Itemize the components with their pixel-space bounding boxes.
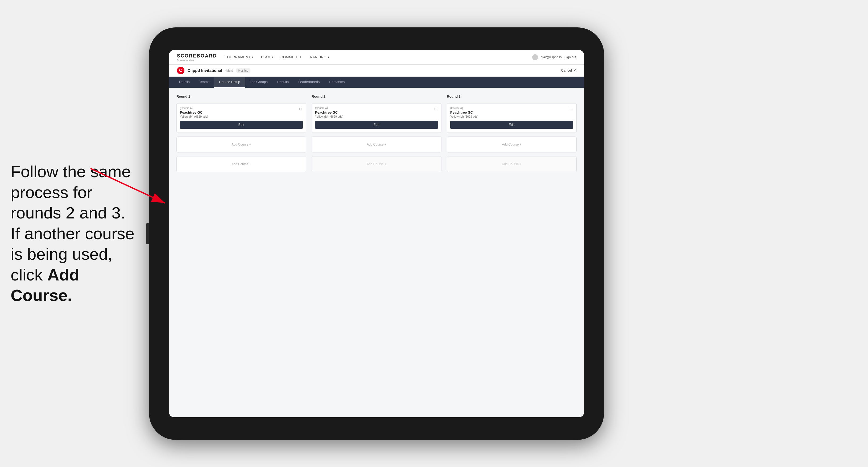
- round-2-delete-icon[interactable]: ⊡: [433, 106, 438, 112]
- round-1-edit-button[interactable]: Edit: [180, 121, 303, 129]
- round-3-delete-icon[interactable]: ⊡: [568, 106, 574, 112]
- nav-rankings[interactable]: RANKINGS: [310, 55, 329, 59]
- round-2-label: Round 2: [312, 94, 441, 98]
- scoreboard-logo: SCOREBOARD: [177, 53, 217, 59]
- round-3-section: Round 3 ⊡ (Course A) Peachtree GC Yellow…: [447, 94, 577, 172]
- round-3-add-course-label-2: Add Course +: [502, 162, 522, 166]
- nav-tournaments[interactable]: TOURNAMENTS: [225, 55, 253, 59]
- round-2-course-tag: (Course A): [315, 107, 438, 110]
- tab-tee-groups[interactable]: Tee Groups: [245, 76, 273, 88]
- round-1-add-course-button-2[interactable]: Add Course +: [177, 156, 306, 172]
- tab-teams[interactable]: Teams: [194, 76, 214, 88]
- round-3-course-card: ⊡ (Course A) Peachtree GC Yellow (M) (66…: [447, 103, 577, 133]
- round-1-section: Round 1 ⊡ (Course A) Peachtree GC Yellow…: [177, 94, 306, 172]
- round-3-add-course-button-2: Add Course +: [447, 156, 577, 172]
- round-3-course-tag: (Course A): [450, 107, 573, 110]
- sub-header: C Clippd Invitational (Men) Hosting Canc…: [169, 65, 584, 76]
- round-2-section: Round 2 ⊡ (Course A) Peachtree GC Yellow…: [312, 94, 441, 172]
- tab-course-setup[interactable]: Course Setup: [214, 76, 245, 88]
- cancel-x-icon: ✕: [573, 68, 576, 72]
- top-nav: SCOREBOARD Powered by clippd TOURNAMENTS…: [169, 50, 584, 65]
- round-1-delete-icon[interactable]: ⊡: [298, 106, 303, 112]
- round-2-add-course-button-2: Add Course +: [312, 156, 441, 172]
- sign-out-link[interactable]: Sign out: [564, 55, 576, 59]
- nav-links: TOURNAMENTS TEAMS COMMITTEE RANKINGS: [225, 55, 532, 59]
- round-3-course-details: Yellow (M) (6629 yds): [450, 115, 573, 118]
- tab-printables[interactable]: Printables: [324, 76, 349, 88]
- round-1-course-tag: (Course A): [180, 107, 303, 110]
- round-1-label: Round 1: [177, 94, 306, 98]
- tab-bar: Details Teams Course Setup Tee Groups Re…: [169, 76, 584, 88]
- nav-right: blair@clippd.io Sign out: [532, 54, 576, 60]
- round-3-label: Round 3: [447, 94, 577, 98]
- round-2-edit-button[interactable]: Edit: [315, 121, 438, 129]
- nav-committee[interactable]: COMMITTEE: [280, 55, 303, 59]
- round-3-course-name: Peachtree GC: [450, 111, 573, 115]
- round-1-course-card: ⊡ (Course A) Peachtree GC Yellow (M) (66…: [177, 103, 306, 133]
- tablet-frame: SCOREBOARD Powered by clippd TOURNAMENTS…: [149, 27, 604, 440]
- rounds-grid: Round 1 ⊡ (Course A) Peachtree GC Yellow…: [177, 94, 577, 172]
- tournament-name: Clippd Invitational: [188, 68, 222, 73]
- round-1-add-course-label: Add Course +: [231, 143, 251, 146]
- nav-teams[interactable]: TEAMS: [260, 55, 273, 59]
- round-2-add-course-label: Add Course +: [367, 143, 386, 146]
- round-3-add-course-label: Add Course +: [502, 143, 522, 146]
- logo-area: SCOREBOARD Powered by clippd: [177, 53, 217, 61]
- round-2-course-name: Peachtree GC: [315, 111, 438, 115]
- round-3-edit-button[interactable]: Edit: [450, 121, 573, 129]
- cancel-button[interactable]: Cancel ✕: [561, 68, 576, 72]
- round-3-add-course-button[interactable]: Add Course +: [447, 136, 577, 153]
- round-1-add-course-label-2: Add Course +: [231, 162, 251, 166]
- tab-details[interactable]: Details: [174, 76, 194, 88]
- content-area: Round 1 ⊡ (Course A) Peachtree GC Yellow…: [169, 88, 584, 417]
- tablet-screen: SCOREBOARD Powered by clippd TOURNAMENTS…: [169, 50, 584, 417]
- annotation-text: Follow the same process for rounds 2 and…: [0, 145, 149, 322]
- sub-header-left: C Clippd Invitational (Men) Hosting: [177, 67, 250, 74]
- men-badge: (Men): [225, 69, 233, 72]
- round-2-course-details: Yellow (M) (6629 yds): [315, 115, 438, 118]
- clippd-logo: C: [177, 67, 184, 74]
- round-2-add-course-label-2: Add Course +: [367, 162, 386, 166]
- round-2-course-card: ⊡ (Course A) Peachtree GC Yellow (M) (66…: [312, 103, 441, 133]
- user-email: blair@clippd.io: [541, 55, 562, 59]
- logo-sub: Powered by clippd: [177, 59, 217, 61]
- round-1-add-course-button[interactable]: Add Course +: [177, 136, 306, 153]
- round-1-course-name: Peachtree GC: [180, 111, 303, 115]
- round-1-course-details: Yellow (M) (6629 yds): [180, 115, 303, 118]
- user-avatar-icon: [532, 54, 538, 60]
- tab-leaderboards[interactable]: Leaderboards: [293, 76, 324, 88]
- round-2-add-course-button[interactable]: Add Course +: [312, 136, 441, 153]
- hosting-badge: Hosting: [236, 68, 250, 73]
- tab-results[interactable]: Results: [273, 76, 293, 88]
